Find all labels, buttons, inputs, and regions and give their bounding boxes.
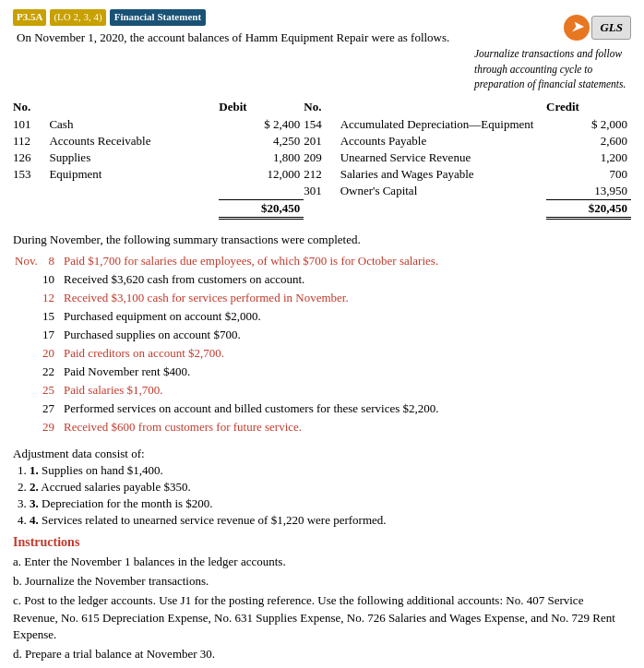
adjustment-section: Adjustment data consist of: 1. Supplies … (13, 447, 631, 528)
total-debit: $20,450 (219, 200, 304, 219)
tx-month (15, 308, 41, 325)
badge-row: P3.5A (LO 2, 3, 4) Financial Statement O… (13, 9, 465, 47)
trial-balance-table: No. Debit No. Credit 101 Cash $ 2,400 15… (13, 100, 631, 220)
col-desc-header (49, 100, 219, 116)
row-debit: 12,000 (219, 166, 304, 183)
header-left: P3.5A (LO 2, 3, 4) Financial Statement O… (13, 9, 465, 47)
tx-text: Performed services on account and billed… (64, 400, 629, 417)
row-desc: Cash (49, 116, 219, 133)
row-no2: 201 (304, 133, 340, 149)
sidebar-text: ➤ GLS Journalize transactions and follow… (465, 9, 631, 92)
tx-month (15, 345, 41, 362)
transaction-row: Nov. 8 Paid $1,700 for salaries due empl… (15, 253, 629, 269)
problem-badge: P3.5A (13, 9, 46, 26)
row-desc2: Accounts Payable (340, 133, 546, 149)
tx-month: Nov. (15, 253, 41, 269)
tx-day: 12 (42, 290, 62, 306)
transaction-row: 17 Purchased supplies on account $700. (15, 327, 629, 343)
row-credit: 13,950 (546, 183, 631, 200)
row-desc2: Accumulated Depreciation—Equipment (340, 116, 546, 133)
tx-month (15, 419, 41, 435)
tx-text: Purchased supplies on account $700. (64, 327, 629, 343)
col-no2-header: No. (304, 100, 340, 116)
tx-month (15, 327, 41, 343)
row-credit: 1,200 (546, 149, 631, 166)
col-no-header: No. (13, 100, 49, 116)
row-desc2: Salaries and Wages Payable (340, 166, 546, 183)
tx-month (15, 271, 41, 288)
tx-text: Paid $1,700 for salaries due employees, … (64, 253, 629, 269)
transaction-row: 10 Received $3,620 cash from customers o… (15, 271, 629, 288)
instruction-item: c. Post to the ledger accounts. Use J1 f… (13, 592, 631, 645)
tx-text: Received $3,620 cash from customers on a… (64, 271, 629, 288)
row-debit: 4,250 (219, 133, 304, 149)
row-debit (219, 183, 304, 200)
gls-arrow-icon: ➤ (564, 15, 590, 41)
row-no (13, 183, 49, 200)
tx-text: Paid creditors on account $2,700. (64, 345, 629, 362)
row-no: 112 (13, 133, 49, 149)
adjustment-item: 2. Accrued salaries payable $350. (30, 480, 631, 495)
table-row: $20,450 $20,450 (13, 200, 631, 219)
tx-month (15, 382, 41, 399)
tx-day: 17 (42, 327, 62, 343)
gls-label: GLS (591, 16, 631, 41)
tx-month (15, 364, 41, 380)
transaction-row: 22 Paid November rent $400. (15, 364, 629, 380)
adjustment-item: 3. Depreciation for the month is $200. (30, 496, 631, 511)
adjustment-header: Adjustment data consist of: (13, 447, 631, 461)
transaction-row: 25 Paid salaries $1,700. (15, 382, 629, 399)
transactions-table: Nov. 8 Paid $1,700 for salaries due empl… (13, 251, 631, 437)
tx-text: Received $3,100 cash for services perfor… (64, 290, 629, 306)
row-debit: 1,800 (219, 149, 304, 166)
type-badge: Financial Statement (110, 9, 206, 26)
row-no: 126 (13, 149, 49, 166)
instruction-item: a. Enter the November 1 balances in the … (13, 554, 631, 571)
total-desc (49, 200, 219, 219)
tx-day: 8 (42, 253, 62, 269)
row-desc: Equipment (49, 166, 219, 183)
row-desc: Accounts Receivable (49, 133, 219, 149)
row-credit: 2,600 (546, 133, 631, 149)
row-credit: 700 (546, 166, 631, 183)
tx-month (15, 290, 41, 306)
row-no2: 209 (304, 149, 340, 166)
row-desc2: Owner's Capital (340, 183, 546, 200)
sidebar-description: Journalize transactions and follow throu… (474, 48, 626, 89)
header-row: P3.5A (LO 2, 3, 4) Financial Statement O… (13, 9, 631, 92)
row-no2: 212 (304, 166, 340, 183)
tx-text: Received $600 from customers for future … (64, 419, 629, 435)
total-no2 (304, 200, 340, 219)
instruction-item: b. Journalize the November transactions. (13, 573, 631, 590)
total-no (13, 200, 49, 219)
row-no2: 154 (304, 116, 340, 133)
tx-day: 10 (42, 271, 62, 288)
instructions-title: Instructions (13, 535, 631, 550)
row-no2: 301 (304, 183, 340, 200)
tx-text: Paid salaries $1,700. (64, 382, 629, 399)
total-desc2 (340, 200, 546, 219)
transaction-row: 29 Received $600 from customers for futu… (15, 419, 629, 435)
tx-day: 20 (42, 345, 62, 362)
tx-text: Paid November rent $400. (64, 364, 629, 380)
tx-month (15, 400, 41, 417)
tx-text: Purchased equipment on account $2,000. (64, 308, 629, 325)
transaction-row: 15 Purchased equipment on account $2,000… (15, 308, 629, 325)
instructions-section: Instructions a. Enter the November 1 bal… (13, 535, 631, 668)
transaction-row: 20 Paid creditors on account $2,700. (15, 345, 629, 362)
transaction-row: 27 Performed services on account and bil… (15, 400, 629, 417)
col-desc2-header (340, 100, 546, 116)
intro-text: On November 1, 2020, the account balance… (17, 30, 449, 47)
lo-badge: (LO 2, 3, 4) (50, 9, 105, 26)
row-desc: Supplies (49, 149, 219, 166)
row-no: 153 (13, 166, 49, 183)
adjustment-item: 4. Services related to unearned service … (30, 513, 631, 528)
row-debit: $ 2,400 (219, 116, 304, 133)
row-desc (49, 183, 219, 200)
row-no: 101 (13, 116, 49, 133)
adjustment-item: 1. Supplies on hand $1,400. (30, 463, 631, 478)
col-debit-header: Debit (219, 100, 304, 116)
table-row: 101 Cash $ 2,400 154 Accumulated Depreci… (13, 116, 631, 133)
transactions-header: During November, the following summary t… (13, 233, 631, 247)
gls-button[interactable]: ➤ GLS (564, 15, 631, 41)
